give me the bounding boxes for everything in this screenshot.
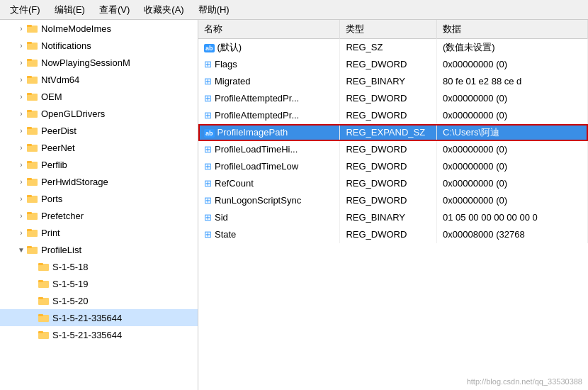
reg-icon-grid: ⊞: [204, 76, 212, 87]
tree-item-label: S-1-5-19: [52, 279, 89, 289]
tree-item-notifications[interactable]: › Notifications: [0, 37, 198, 54]
expand-arrow[interactable]: ›: [17, 211, 26, 220]
menu-file[interactable]: 文件(F): [3, 1, 47, 19]
reg-name: ⊞Flags: [198, 56, 340, 73]
tree-item-nowplayingsessionm[interactable]: › NowPlayingSessionM: [0, 54, 198, 71]
tree-item-prefetcher[interactable]: › Prefetcher: [0, 207, 198, 224]
expand-arrow[interactable]: ›: [17, 126, 26, 135]
values-panel: 名称 类型 数据 ab(默认) REG_SZ (数值未设置) ⊞Flags RE…: [198, 20, 588, 390]
table-row[interactable]: ab(默认) REG_SZ (数值未设置): [198, 39, 588, 56]
expand-arrow[interactable]: ›: [17, 143, 26, 152]
folder-icon: [27, 244, 38, 255]
reg-icon-grid: ⊞: [204, 110, 212, 121]
tree-item-s-1-5-21-335644b[interactable]: › S-1-5-21-335644: [0, 326, 198, 343]
table-row[interactable]: ⊞ProfileLoadTimeLow REG_DWORD 0x00000000…: [198, 158, 588, 175]
reg-name-text: ProfileAttemptedPr...: [215, 93, 299, 104]
tree-item-s-1-5-18[interactable]: › S-1-5-18: [0, 258, 198, 275]
tree-item-perhwldstorage[interactable]: › PerHwldStorage: [0, 173, 198, 190]
reg-type: REG_DWORD: [340, 107, 437, 124]
tree-item-peerdist[interactable]: › PeerDist: [0, 122, 198, 139]
tree-item-label: Ports: [41, 194, 62, 204]
tree-item-noimemodeimes[interactable]: › NoImeModeImes: [0, 20, 198, 37]
reg-name-text: ProfileAttemptedPr...: [215, 110, 299, 121]
svg-rect-19: [27, 178, 32, 180]
tree-item-print[interactable]: › Print: [0, 224, 198, 241]
svg-rect-35: [38, 314, 43, 316]
tree-item-profilelist[interactable]: ▼ ProfileList: [0, 241, 198, 258]
reg-data: 0x00000000 (0): [437, 56, 588, 73]
reg-name: ⊞State: [198, 226, 340, 243]
expand-arrow[interactable]: ›: [17, 58, 26, 67]
reg-type: REG_EXPAND_SZ: [340, 124, 437, 141]
folder-icon: [27, 125, 38, 136]
tree-item-opengldrivers[interactable]: › OpenGLDrivers: [0, 105, 198, 122]
tree-item-s-1-5-21-335644[interactable]: › S-1-5-21-335644: [0, 309, 198, 326]
reg-name-text: State: [215, 229, 236, 240]
reg-name: ab(默认): [198, 39, 340, 56]
folder-icon: [27, 210, 38, 221]
table-row[interactable]: ⊞ProfileAttemptedPr... REG_DWORD 0x00000…: [198, 90, 588, 107]
expand-arrow[interactable]: ›: [17, 109, 26, 118]
expand-arrow[interactable]: ›: [17, 24, 26, 33]
expand-arrow[interactable]: ›: [17, 177, 26, 186]
tree-item-peernet[interactable]: › PeerNet: [0, 139, 198, 156]
menu-view[interactable]: 查看(V): [92, 1, 137, 19]
tree-item-perflib[interactable]: › Perflib: [0, 156, 198, 173]
expand-arrow[interactable]: ›: [17, 194, 26, 203]
reg-icon-ab: ab: [204, 129, 215, 138]
table-row[interactable]: ⊞Flags REG_DWORD 0x00000000 (0): [198, 56, 588, 73]
menu-help[interactable]: 帮助(H): [191, 1, 237, 19]
tree-item-ports[interactable]: › Ports: [0, 190, 198, 207]
reg-name: ⊞ProfileLoadTimeHi...: [198, 141, 340, 158]
expand-arrow[interactable]: ›: [17, 92, 26, 101]
tree-item-oem[interactable]: › OEM: [0, 88, 198, 105]
menu-favorites[interactable]: 收藏夹(A): [137, 1, 191, 19]
folder-icon: [27, 23, 38, 34]
tree-item-label: PerHwldStorage: [41, 177, 108, 187]
col-header-data: 数据: [437, 20, 588, 39]
table-row[interactable]: ⊞State REG_DWORD 0x00008000 (32768: [198, 226, 588, 243]
table-row[interactable]: ⊞RunLogonScriptSync REG_DWORD 0x00000000…: [198, 192, 588, 209]
reg-type: REG_DWORD: [340, 56, 437, 73]
folder-icon: [27, 176, 38, 187]
reg-icon-grid: ⊞: [204, 212, 212, 223]
tree-item-label: S-1-5-18: [52, 262, 89, 272]
values-scroll[interactable]: 名称 类型 数据 ab(默认) REG_SZ (数值未设置) ⊞Flags RE…: [198, 20, 588, 390]
tree-item-label: S-1-5-21-335644: [52, 313, 122, 323]
folder-icon: [38, 278, 50, 289]
table-row[interactable]: ⊞ProfileLoadTimeHi... REG_DWORD 0x000000…: [198, 141, 588, 158]
folder-icon: [38, 329, 50, 340]
menu-edit[interactable]: 编辑(E): [47, 1, 92, 19]
folder-icon: [27, 57, 38, 68]
table-row[interactable]: abProfileImagePath REG_EXPAND_SZ C:\User…: [198, 124, 588, 141]
tree-item-s-1-5-19[interactable]: › S-1-5-19: [0, 275, 198, 292]
registry-table: 名称 类型 数据 ab(默认) REG_SZ (数值未设置) ⊞Flags RE…: [198, 20, 588, 243]
tree-item-s-1-5-20[interactable]: › S-1-5-20: [0, 292, 198, 309]
table-row[interactable]: ⊞Migrated REG_BINARY 80 fe 01 e2 88 ce d: [198, 73, 588, 90]
expand-arrow[interactable]: ›: [17, 160, 26, 169]
svg-rect-21: [27, 195, 32, 197]
expand-arrow[interactable]: ▼: [17, 245, 26, 254]
expand-arrow[interactable]: ›: [17, 228, 26, 237]
svg-rect-7: [27, 76, 32, 78]
expand-arrow: ›: [28, 262, 37, 271]
tree-item-label: PeerDist: [41, 126, 77, 136]
reg-icon-grid: ⊞: [204, 229, 212, 240]
expand-arrow[interactable]: ›: [17, 75, 26, 84]
table-row[interactable]: ⊞ProfileAttemptedPr... REG_DWORD 0x00000…: [198, 107, 588, 124]
table-row[interactable]: ⊞Sid REG_BINARY 01 05 00 00 00 00 00 0: [198, 209, 588, 226]
folder-icon: [27, 40, 38, 51]
expand-arrow[interactable]: ›: [17, 41, 26, 50]
tree-item-ntvdm64[interactable]: › NtVdm64: [0, 71, 198, 88]
reg-data: 80 fe 01 e2 88 ce d: [437, 73, 588, 90]
reg-name: ⊞ProfileAttemptedPr...: [198, 107, 340, 124]
reg-data: 0x00000000 (0): [437, 175, 588, 192]
reg-type: REG_DWORD: [340, 141, 437, 158]
table-row[interactable]: ⊞RefCount REG_DWORD 0x00000000 (0): [198, 175, 588, 192]
reg-name: ⊞Migrated: [198, 73, 340, 90]
svg-rect-13: [27, 127, 32, 129]
tree-item-label: Perflib: [41, 160, 67, 170]
tree-scroll[interactable]: › NoImeModeImes› Notifications› NowPlayi…: [0, 20, 198, 390]
folder-icon: [27, 108, 38, 119]
reg-type: REG_DWORD: [340, 226, 437, 243]
